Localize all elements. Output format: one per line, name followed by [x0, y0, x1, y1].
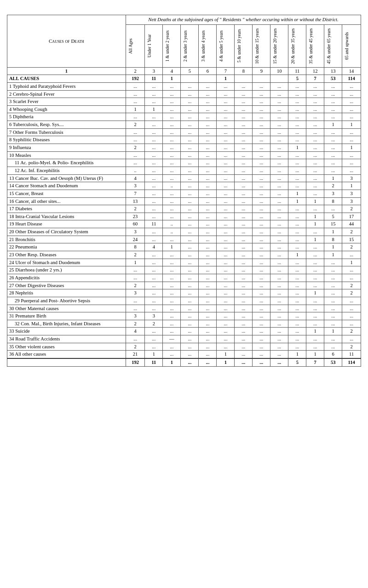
cell-r26-c3: ...	[181, 274, 199, 282]
cell-r23-c11: 1	[324, 251, 342, 259]
cell-r34-c5: ...	[217, 335, 235, 343]
cell-r8-c1: ...	[145, 136, 163, 144]
cell-r10-c1: ...	[145, 151, 163, 159]
col-num-5: 5	[181, 67, 199, 75]
cell-r8-c9: ...	[288, 136, 306, 144]
cell-r10-c10: ...	[306, 151, 324, 159]
cell-r24-c12: 1	[342, 259, 361, 266]
row-num: 16 Cancer, all other sites...	[7, 197, 126, 205]
cell-r18-c7: ...	[253, 213, 270, 220]
cell-r33-c12: 2	[342, 328, 361, 335]
cell-r3-c11: ...	[324, 98, 342, 106]
cell-r10-c0: ...	[126, 151, 145, 159]
cell-r11-c4: ...	[199, 159, 217, 167]
cell-r13-c11: 1	[324, 174, 342, 182]
cell-r18-c3: ...	[181, 213, 199, 220]
cell-r19-c0: 60	[126, 220, 145, 228]
cell-r9-c8: ...	[270, 144, 288, 152]
cell-r20-c4: ...	[199, 228, 217, 236]
cell-r20-c3: ...	[181, 228, 199, 236]
cell-r2-c2: ...	[163, 90, 181, 98]
cell-r7-c1: ...	[145, 128, 163, 136]
cell-r4-c5: ...	[217, 105, 235, 113]
cell-r11-c2: ...	[163, 159, 181, 167]
cell-r37-c4: ...	[199, 358, 217, 366]
cell-r12-c3: ...	[181, 167, 199, 174]
cell-r19-c12: 44	[342, 220, 361, 228]
row-num: 1 Typhoid and Paratyphoid Fevers	[7, 82, 126, 90]
cell-r32-c5: ...	[217, 320, 235, 328]
cell-r3-c2: ...	[163, 98, 181, 106]
cell-r3-c12: ...	[342, 98, 361, 106]
col-header-4: 3 & under 4 years	[199, 24, 217, 67]
cell-r26-c7: ...	[253, 274, 270, 282]
cell-r35-c2: ...	[163, 343, 181, 351]
cell-r5-c4: ...	[199, 113, 217, 121]
cell-r37-c10: 7	[306, 358, 324, 366]
cell-r23-c10: ...	[306, 251, 324, 259]
cell-r16-c6: ...	[235, 197, 253, 205]
cell-r27-c8: ...	[270, 282, 288, 289]
cell-r17-c6: ...	[235, 205, 253, 213]
cell-r12-c4: ...	[199, 167, 217, 174]
cell-r26-c6: ...	[235, 274, 253, 282]
cell-r8-c5: ...	[217, 136, 235, 144]
cell-r8-c3: ...	[181, 136, 199, 144]
cell-r6-c4: ...	[199, 121, 217, 129]
row-num: 23 Other Resp. Diseases	[7, 251, 126, 259]
cell-r30-c3: ...	[181, 305, 199, 312]
cell-r33-c9: ...	[288, 328, 306, 335]
cell-r12-c8: ...	[270, 167, 288, 174]
cell-r11-c11: ...	[324, 159, 342, 167]
cell-r11-c0: ...	[126, 159, 145, 167]
cell-r26-c10: ...	[306, 274, 324, 282]
cell-r19-c8: ...	[270, 220, 288, 228]
table-row: 9 Influenza2........................1...…	[7, 144, 361, 152]
row-num: 3 Scarlet Fever	[7, 98, 126, 106]
cell-r27-c1: ...	[145, 282, 163, 289]
cell-r20-c8: ...	[270, 228, 288, 236]
cell-r35-c1: ...	[145, 343, 163, 351]
cell-r21-c8: ...	[270, 236, 288, 243]
cell-r1-c6: ...	[235, 82, 253, 90]
cell-r4-c3: ...	[181, 105, 199, 113]
cell-r27-c11: ...	[324, 282, 342, 289]
cell-r7-c5: ...	[217, 128, 235, 136]
cell-r31-c7: ...	[253, 312, 270, 320]
table-row: 32 Con. Mal., Birth Injuries, Infant Dis…	[7, 320, 361, 328]
cell-r12-c9: ...	[288, 167, 306, 174]
cell-r26-c2: ...	[163, 274, 181, 282]
cell-r4-c11: ...	[324, 105, 342, 113]
cell-r17-c8: ...	[270, 205, 288, 213]
cell-r29-c8: ...	[270, 297, 288, 305]
cell-r7-c10: ...	[306, 128, 324, 136]
cell-r26-c4: ...	[199, 274, 217, 282]
cell-r8-c8: ...	[270, 136, 288, 144]
cell-r25-c9: ...	[288, 266, 306, 274]
cell-r7-c3: ...	[181, 128, 199, 136]
cell-r14-c1: ...	[145, 182, 163, 190]
table-row: 192111......1.........5753114	[7, 358, 361, 366]
cell-r24-c1: ...	[145, 259, 163, 266]
cell-r35-c0: 2	[126, 343, 145, 351]
cell-r32-c6: ...	[235, 320, 253, 328]
cell-r23-c7: ...	[253, 251, 270, 259]
col-header-7: 10 & under 15 years	[253, 24, 270, 67]
cell-r0-c0: 192	[126, 75, 145, 83]
cell-r7-c7: ...	[253, 128, 270, 136]
cell-r22-c7: ...	[253, 243, 270, 251]
cell-r34-c1: ...	[145, 335, 163, 343]
cell-r36-c10: 1	[306, 351, 324, 358]
cell-r35-c11: ...	[324, 343, 342, 351]
cell-r33-c4: ...	[199, 328, 217, 335]
row-number-header: 1	[7, 67, 126, 75]
cell-r31-c9: ...	[288, 312, 306, 320]
col-num-12: 12	[306, 67, 324, 75]
cell-r18-c1: ...	[145, 213, 163, 220]
col-header-5: 4 & under 5 years	[217, 24, 235, 67]
cell-r22-c4: ...	[199, 243, 217, 251]
cell-r0-c12: 114	[342, 75, 361, 83]
cell-r6-c6: ...	[235, 121, 253, 129]
cell-r25-c11: ...	[324, 266, 342, 274]
cell-r9-c10: ...	[306, 144, 324, 152]
